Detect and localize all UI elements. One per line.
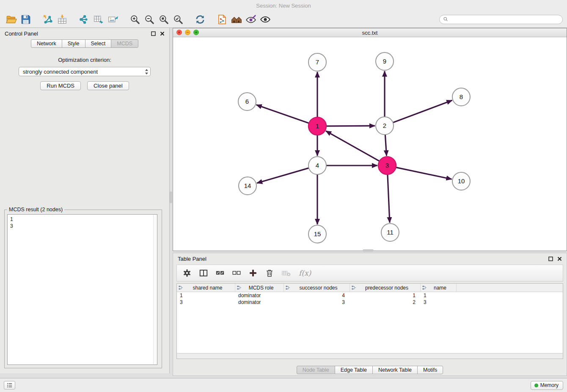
graph-node-1[interactable]: 1: [308, 117, 326, 135]
zoom-window-icon[interactable]: [193, 30, 199, 35]
run-mcds-button[interactable]: Run MCDS: [40, 81, 81, 90]
float-panel-icon[interactable]: [151, 31, 156, 36]
memory-button[interactable]: Memory: [531, 381, 563, 390]
graph-edge-2-8[interactable]: [393, 100, 452, 123]
table-panel-title: Table Panel: [178, 256, 206, 262]
select-all-button[interactable]: [215, 268, 225, 278]
table-cell[interactable]: 3: [177, 299, 235, 306]
graph-edge-1-6[interactable]: [256, 105, 309, 123]
table-cell[interactable]: 3: [284, 299, 350, 306]
svg-text:1: 1: [316, 122, 319, 130]
delete-table-button[interactable]: [281, 268, 291, 278]
graph-node-6[interactable]: 6: [238, 93, 256, 110]
table-cell[interactable]: 1: [177, 292, 235, 299]
graph-edge-3-10[interactable]: [396, 167, 452, 179]
panel-splitter-vertical[interactable]: [170, 191, 172, 203]
close-panel-icon[interactable]: [160, 31, 165, 36]
style-button[interactable]: [244, 13, 258, 26]
network-window-titlebar[interactable]: scc.txt: [173, 28, 567, 37]
table-cell[interactable]: 1: [421, 292, 457, 299]
show-hide-button[interactable]: [258, 13, 272, 26]
table-row[interactable]: 1dominator411: [177, 292, 563, 299]
zoom-in-icon: [129, 14, 140, 25]
optimization-criterion-select[interactable]: strongly connected component: [19, 67, 151, 76]
close-window-icon[interactable]: [176, 30, 182, 35]
graph-edge-3-11[interactable]: [388, 174, 390, 223]
table-row[interactable]: 3dominator323: [177, 299, 563, 306]
table-cell[interactable]: 1: [350, 292, 421, 299]
network-canvas[interactable]: 7968124314101511: [173, 37, 567, 251]
graph-edge-3-1[interactable]: [326, 131, 380, 161]
minimize-window-icon[interactable]: [185, 30, 190, 35]
graph-node-11[interactable]: 11: [381, 224, 399, 241]
graph-edge-2-3[interactable]: [385, 135, 386, 156]
graph-node-4[interactable]: 4: [308, 157, 326, 174]
graph-node-8[interactable]: 8: [452, 88, 470, 106]
search-box[interactable]: [439, 15, 563, 24]
table-cell[interactable]: dominator: [235, 292, 284, 299]
mcds-result-list[interactable]: 1 3: [7, 214, 157, 365]
import-table-file-button[interactable]: [55, 13, 69, 26]
zoom-out-button[interactable]: [142, 13, 157, 26]
open-file-button[interactable]: [4, 13, 19, 26]
column-header-successor-nodes[interactable]: successor nodes: [284, 284, 350, 292]
float-table-panel-icon[interactable]: [548, 257, 553, 261]
search-input[interactable]: [451, 17, 559, 22]
memory-status-dot: [534, 384, 538, 387]
add-row-button[interactable]: [248, 268, 258, 278]
graph-node-9[interactable]: 9: [376, 52, 394, 70]
tab-mcds[interactable]: MCDS: [111, 39, 138, 48]
column-header-predecessor-nodes[interactable]: predecessor nodes: [350, 284, 421, 292]
optimization-criterion-value: strongly connected component: [23, 69, 98, 75]
tab-network[interactable]: Network: [31, 39, 62, 48]
graph-node-3[interactable]: 3: [378, 157, 396, 174]
tab-node-table[interactable]: Node Table: [297, 366, 335, 374]
zoom-in-button[interactable]: [128, 13, 142, 26]
open-folder-icon: [6, 14, 17, 25]
graph-node-15[interactable]: 15: [308, 225, 326, 243]
graph-node-14[interactable]: 14: [239, 177, 256, 195]
zoom-fit-button[interactable]: [157, 13, 171, 26]
table-cell[interactable]: 3: [421, 299, 457, 306]
close-panel-button[interactable]: Close panel: [87, 81, 129, 90]
zoom-selected-icon: [173, 14, 184, 25]
tab-network-table[interactable]: Network Table: [372, 366, 418, 374]
log-console-button[interactable]: [4, 381, 15, 389]
column-header-MCDS-role[interactable]: MCDS role: [235, 284, 284, 292]
horizontal-scrollbar[interactable]: [177, 353, 563, 359]
tab-style[interactable]: Style: [62, 39, 85, 48]
save-session-button[interactable]: [19, 13, 33, 26]
panel-splitter-horizontal[interactable]: [363, 249, 374, 252]
function-builder-icon[interactable]: f(x): [298, 269, 311, 277]
import-network-file-button[interactable]: [41, 13, 55, 26]
refresh-layout-button[interactable]: [193, 13, 207, 26]
tab-select[interactable]: Select: [85, 39, 112, 48]
tab-edge-table[interactable]: Edge Table: [335, 366, 373, 374]
column-header-name[interactable]: name: [421, 284, 457, 292]
main-toolbar: [0, 11, 567, 28]
delete-row-button[interactable]: [265, 268, 274, 278]
network-file-button[interactable]: [215, 13, 229, 26]
show-columns-button[interactable]: [199, 268, 208, 278]
table-settings-button[interactable]: [182, 268, 192, 278]
home-button[interactable]: [229, 13, 244, 26]
close-table-panel-icon[interactable]: [557, 257, 562, 261]
graph-node-2[interactable]: 2: [376, 117, 394, 135]
mcds-result-box: MCDS result (2 nodes) 1 3: [4, 210, 162, 368]
zoom-selected-button[interactable]: [171, 13, 185, 26]
table-cell[interactable]: 2: [350, 299, 421, 306]
table-cell[interactable]: 4: [284, 292, 350, 299]
new-table-button[interactable]: [91, 13, 106, 26]
homes-icon: [231, 14, 242, 25]
graph-node-7[interactable]: 7: [308, 53, 326, 71]
new-network-button[interactable]: [77, 13, 91, 26]
graph-node-10[interactable]: 10: [452, 172, 470, 190]
refresh-icon: [195, 14, 206, 25]
graph-edge-4-14[interactable]: [257, 168, 309, 183]
graph-edge-1-2[interactable]: [326, 126, 375, 126]
deselect-all-button[interactable]: [232, 268, 241, 278]
column-header-shared-name[interactable]: shared name: [177, 284, 235, 292]
table-cell[interactable]: dominator: [235, 299, 284, 306]
export-image-button[interactable]: [106, 13, 120, 26]
tab-motifs[interactable]: Motifs: [417, 366, 443, 374]
